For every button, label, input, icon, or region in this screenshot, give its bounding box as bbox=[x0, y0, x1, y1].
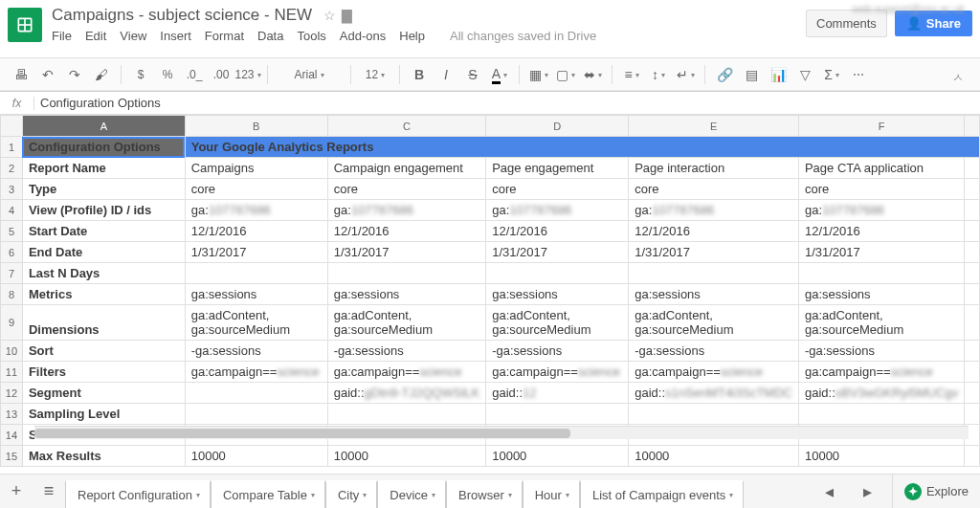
menu-view[interactable]: View bbox=[120, 29, 146, 43]
cell-A6[interactable]: End Date bbox=[22, 242, 185, 263]
cell-F5[interactable]: 12/1/2016 bbox=[798, 221, 964, 242]
menu-insert[interactable]: Insert bbox=[160, 29, 191, 43]
row-header[interactable]: 6 bbox=[1, 242, 23, 263]
cell-B5[interactable]: 12/1/2016 bbox=[185, 221, 327, 242]
font-size-dropdown[interactable]: 12 bbox=[359, 63, 391, 86]
scroll-tabs-right[interactable]: ▸ bbox=[852, 481, 884, 502]
cell-D5[interactable]: 12/1/2016 bbox=[486, 221, 629, 242]
paint-format-icon[interactable]: 🖌 bbox=[90, 63, 113, 86]
cell-E12[interactable]: gaid::s1nSenMT4i3ScTMDC bbox=[629, 383, 799, 404]
sheet-tab[interactable]: Device▾ bbox=[377, 480, 446, 508]
cell-A5[interactable]: Start Date bbox=[22, 221, 185, 242]
cell-A7[interactable]: Last N Days bbox=[22, 263, 185, 284]
col-header-E[interactable]: E bbox=[629, 116, 799, 137]
cell-B12[interactable] bbox=[185, 383, 327, 404]
sheet-tab[interactable]: City▾ bbox=[325, 480, 377, 508]
share-button[interactable]: 👤Share bbox=[895, 11, 972, 36]
menu-edit[interactable]: Edit bbox=[85, 29, 106, 43]
cell-E7[interactable] bbox=[629, 263, 799, 284]
cell-B13[interactable] bbox=[185, 404, 327, 425]
col-header-A[interactable]: A bbox=[22, 116, 185, 137]
valign-button[interactable]: ↕ bbox=[647, 63, 670, 86]
cell-C12[interactable]: gaid::gDtn9-TJ2QQWSlLK bbox=[327, 383, 485, 404]
cell-E11[interactable]: ga:campaign==science bbox=[629, 362, 799, 383]
all-sheets-button[interactable]: ≡ bbox=[33, 475, 65, 508]
currency-button[interactable]: $ bbox=[129, 63, 152, 86]
cell-F12[interactable]: gaid::sBV3wGKRyi5MUCgv bbox=[798, 383, 964, 404]
cell-A13[interactable]: Sampling Level bbox=[22, 404, 185, 425]
cell-C6[interactable]: 1/31/2017 bbox=[327, 242, 485, 263]
cell-B8[interactable]: ga:sessions bbox=[185, 284, 327, 305]
add-sheet-button[interactable]: + bbox=[0, 475, 33, 508]
row-header[interactable]: 7 bbox=[1, 263, 23, 284]
col-header-F[interactable]: F bbox=[798, 116, 964, 137]
cell-A3[interactable]: Type bbox=[22, 179, 185, 200]
cell-A15[interactable]: Max Results bbox=[22, 446, 185, 467]
comment-button[interactable]: ▤ bbox=[740, 63, 763, 86]
cell-C7[interactable] bbox=[327, 263, 485, 284]
row-header[interactable]: 13 bbox=[1, 404, 23, 425]
menu-add-ons[interactable]: Add-ons bbox=[340, 29, 386, 43]
row-header[interactable]: 4 bbox=[1, 200, 23, 221]
cell-B9[interactable]: ga:adContent,ga:sourceMedium bbox=[185, 305, 327, 341]
fill-color-button[interactable]: ▦ bbox=[527, 63, 550, 86]
cell-D7[interactable] bbox=[486, 263, 629, 284]
cell-E8[interactable]: ga:sessions bbox=[629, 284, 799, 305]
row-header[interactable]: 11 bbox=[1, 362, 23, 383]
cell-A9[interactable]: Dimensions bbox=[22, 305, 185, 341]
cell-F11[interactable]: ga:campaign==science bbox=[798, 362, 964, 383]
cell-E10[interactable]: -ga:sessions bbox=[629, 341, 799, 362]
more-button[interactable]: ⋯ bbox=[847, 63, 870, 86]
cell-D15[interactable]: 10000 bbox=[486, 446, 629, 467]
doc-title[interactable]: Campaigns - subject science - NEW bbox=[52, 6, 312, 25]
sheet-tab[interactable]: List of Campaign events▾ bbox=[580, 480, 744, 508]
cell-C5[interactable]: 12/1/2016 bbox=[327, 221, 485, 242]
cell-A2[interactable]: Report Name bbox=[22, 158, 185, 179]
functions-button[interactable]: Σ bbox=[820, 63, 843, 86]
cell-C9[interactable]: ga:adContent,ga:sourceMedium bbox=[327, 305, 485, 341]
cell-C8[interactable]: ga:sessions bbox=[327, 284, 485, 305]
halign-button[interactable]: ≡ bbox=[620, 63, 643, 86]
cell-B2[interactable]: Campaigns bbox=[185, 158, 327, 179]
scroll-tabs-left[interactable]: ◂ bbox=[813, 481, 846, 502]
cell-F13[interactable] bbox=[798, 404, 964, 425]
print-icon[interactable]: 🖶 bbox=[10, 63, 33, 86]
menu-tools[interactable]: Tools bbox=[297, 29, 325, 43]
cell-E6[interactable]: 1/31/2017 bbox=[629, 242, 799, 263]
menu-help[interactable]: Help bbox=[399, 29, 425, 43]
row-header[interactable]: 12 bbox=[1, 383, 23, 404]
spreadsheet-grid[interactable]: ABCDEF 1Configuration OptionsYour Google… bbox=[0, 115, 980, 467]
row-header[interactable]: 5 bbox=[1, 221, 23, 242]
cell-B3[interactable]: core bbox=[185, 179, 327, 200]
cell-D6[interactable]: 1/31/2017 bbox=[486, 242, 629, 263]
row-header[interactable]: 3 bbox=[1, 179, 23, 200]
cell-E3[interactable]: core bbox=[629, 179, 799, 200]
account-email[interactable]: web-support@xxx.ac.uk bbox=[852, 3, 965, 14]
cell-A1[interactable]: Configuration Options bbox=[22, 137, 185, 158]
cell-F2[interactable]: Page CTA application bbox=[798, 158, 964, 179]
cell-F4[interactable]: ga:107787686 bbox=[798, 200, 964, 221]
cell-B10[interactable]: -ga:sessions bbox=[185, 341, 327, 362]
row-header[interactable]: 2 bbox=[1, 158, 23, 179]
row-header[interactable]: 10 bbox=[1, 341, 23, 362]
number-format-dropdown[interactable]: 123 bbox=[236, 63, 259, 86]
sheets-logo[interactable] bbox=[8, 8, 42, 42]
merge-button[interactable]: ⬌ bbox=[581, 63, 604, 86]
font-name-dropdown[interactable]: Arial bbox=[276, 63, 343, 86]
cell-B6[interactable]: 1/31/2017 bbox=[185, 242, 327, 263]
sheet-tab[interactable]: Compare Table▾ bbox=[211, 480, 325, 508]
horizontal-scrollbar[interactable] bbox=[34, 426, 969, 439]
sheet-tab[interactable]: Report Configuration▾ bbox=[65, 480, 211, 508]
select-all-corner[interactable] bbox=[1, 116, 23, 137]
cell-C2[interactable]: Campaign engagement bbox=[327, 158, 485, 179]
sheet-tab[interactable]: Hour▾ bbox=[523, 480, 580, 508]
row-header[interactable]: 15 bbox=[1, 446, 23, 467]
cell-F15[interactable]: 10000 bbox=[798, 446, 964, 467]
cell-E9[interactable]: ga:adContent,ga:sourceMedium bbox=[629, 305, 799, 341]
cell-D2[interactable]: Page engagement bbox=[486, 158, 629, 179]
cell-F3[interactable]: core bbox=[798, 179, 964, 200]
cell-C3[interactable]: core bbox=[327, 179, 485, 200]
italic-button[interactable]: I bbox=[434, 63, 457, 86]
menu-file[interactable]: File bbox=[52, 29, 72, 43]
collapse-toolbar-icon[interactable]: ㅅ bbox=[949, 69, 967, 86]
